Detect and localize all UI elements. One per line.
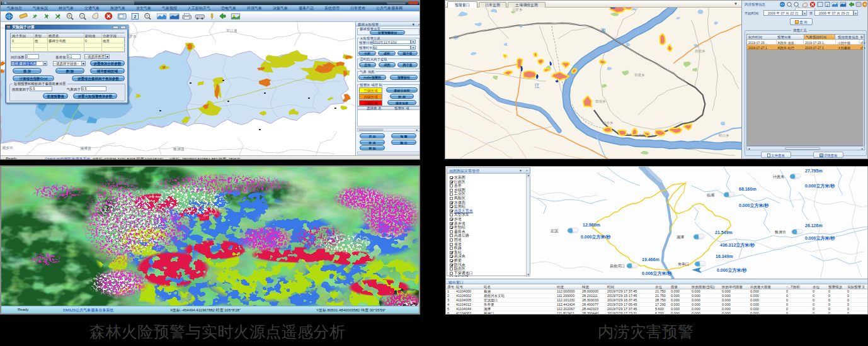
svg-text:平江县: 平江县	[226, 28, 237, 33]
svg-text:江: 江	[534, 83, 540, 89]
svg-text:荷塘乡: 荷塘乡	[634, 73, 645, 77]
svg-text:昭山乡: 昭山乡	[719, 133, 729, 137]
svg-text:易俗乡: 易俗乡	[695, 49, 705, 53]
svg-text:湘: 湘	[600, 28, 605, 33]
svg-text:株洲县: 株洲县	[173, 147, 185, 151]
svg-text:湘乡市: 湘乡市	[2, 145, 13, 150]
svg-text:雨湖乡: 雨湖乡	[595, 99, 606, 103]
svg-text:汨罗乡: 汨罗乡	[512, 8, 523, 12]
svg-text:响水乡: 响水乡	[603, 121, 614, 125]
svg-text:湘潭县: 湘潭县	[80, 146, 91, 151]
svg-text:2: 2	[134, 14, 136, 20]
